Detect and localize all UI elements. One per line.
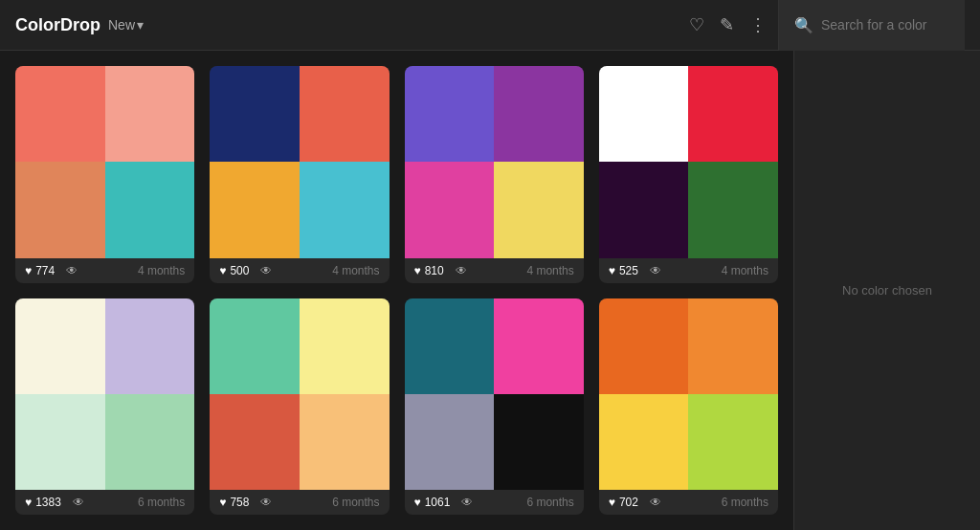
color-cell	[494, 298, 584, 394]
palette-footer: ♥ 810 👁 4 months	[405, 258, 584, 283]
heart-icon: ♥	[414, 496, 421, 509]
search-input[interactable]	[821, 17, 949, 33]
palette-footer: ♥ 500 👁 4 months	[210, 258, 389, 283]
eye-icon: 👁	[461, 496, 473, 509]
color-cell	[210, 66, 300, 162]
color-grid	[599, 298, 778, 491]
palette-footer: ♥ 1061 👁 6 months	[405, 490, 584, 515]
heart-icon: ♥	[414, 264, 421, 277]
eye-icon: 👁	[260, 496, 272, 509]
palette-card[interactable]: ♥ 774 👁 4 months	[15, 66, 194, 283]
time-label: 6 months	[722, 496, 768, 509]
eye-icon: 👁	[650, 496, 661, 509]
color-cell	[15, 394, 105, 490]
color-grid	[15, 66, 194, 258]
heart-icon: ♥	[219, 496, 226, 509]
heart-icon: ♥	[219, 264, 226, 277]
color-cell	[15, 298, 105, 394]
color-cell	[688, 298, 778, 394]
color-grid	[210, 66, 389, 258]
color-cell	[599, 162, 689, 257]
color-cell	[105, 162, 195, 257]
time-label: 6 months	[332, 496, 379, 509]
heart-icon: ♥	[609, 496, 615, 509]
color-cell	[599, 394, 689, 490]
logo: ColorDrop	[15, 15, 100, 35]
color-cell	[105, 66, 195, 162]
eye-icon: 👁	[260, 264, 272, 277]
palette-card[interactable]: ♥ 525 👁 4 months	[599, 66, 778, 283]
color-cell	[494, 66, 584, 162]
color-grid	[599, 66, 778, 258]
color-cell	[405, 394, 495, 490]
color-cell	[688, 394, 778, 490]
color-cell	[494, 162, 584, 257]
like-count: 810	[425, 264, 444, 277]
palette-grid: ♥ 774 👁 4 months ♥ 500 👁 4 months ♥ 810 …	[0, 51, 793, 530]
palette-footer: ♥ 758 👁 6 months	[210, 490, 389, 515]
palette-footer: ♥ 702 👁 6 months	[599, 490, 778, 515]
time-label: 4 months	[138, 264, 185, 277]
eye-icon: 👁	[66, 264, 78, 277]
color-cell	[210, 298, 300, 394]
like-count: 774	[35, 264, 55, 277]
palette-card[interactable]: ♥ 702 👁 6 months	[599, 298, 778, 516]
color-cell	[300, 66, 390, 162]
color-cell	[300, 394, 390, 490]
sidebar: No color chosen	[793, 51, 980, 530]
palette-card[interactable]: ♥ 810 👁 4 months	[405, 66, 584, 283]
heart-icon: ♥	[25, 264, 32, 277]
color-cell	[210, 162, 300, 257]
color-cell	[105, 394, 195, 490]
like-count: 525	[619, 264, 638, 277]
time-label: 6 months	[526, 496, 573, 509]
time-label: 4 months	[332, 264, 379, 277]
color-grid	[405, 298, 584, 491]
eye-icon: 👁	[650, 264, 661, 277]
color-cell	[15, 162, 105, 257]
color-cell	[405, 162, 495, 257]
no-color-text: No color chosen	[842, 283, 932, 298]
color-cell	[688, 162, 778, 257]
pencil-icon[interactable]: ✎	[720, 14, 734, 35]
color-cell	[300, 162, 390, 257]
palette-card[interactable]: ♥ 1383 👁 6 months	[15, 298, 194, 516]
color-grid	[15, 298, 194, 491]
search-icon: 🔍	[794, 16, 813, 34]
new-button[interactable]: New ▾	[108, 17, 144, 33]
color-cell	[599, 298, 689, 394]
heart-icon[interactable]: ♡	[689, 14, 704, 35]
like-count: 758	[230, 496, 249, 509]
color-cell	[300, 298, 390, 394]
header: ColorDrop New ▾ ♡ ✎ ⋮ 🔍	[0, 0, 980, 51]
more-icon[interactable]: ⋮	[749, 14, 767, 35]
color-cell	[599, 66, 689, 162]
palette-footer: ♥ 774 👁 4 months	[15, 258, 194, 283]
palette-footer: ♥ 525 👁 4 months	[599, 258, 778, 283]
palette-card[interactable]: ♥ 758 👁 6 months	[210, 298, 389, 516]
color-cell	[405, 66, 495, 162]
time-label: 6 months	[138, 496, 185, 509]
color-grid	[405, 66, 584, 258]
time-label: 4 months	[722, 264, 768, 277]
color-cell	[405, 298, 495, 394]
heart-icon: ♥	[25, 496, 32, 509]
palette-card[interactable]: ♥ 1061 👁 6 months	[405, 298, 584, 516]
palette-footer: ♥ 1383 👁 6 months	[15, 490, 194, 515]
color-cell	[494, 394, 584, 490]
eye-icon: 👁	[456, 264, 467, 277]
chevron-down-icon: ▾	[137, 17, 144, 33]
like-count: 1383	[35, 496, 61, 509]
eye-icon: 👁	[73, 496, 84, 509]
heart-icon: ♥	[609, 264, 615, 277]
time-label: 4 months	[526, 264, 573, 277]
search-bar: 🔍	[778, 0, 965, 51]
palette-card[interactable]: ♥ 500 👁 4 months	[210, 66, 389, 283]
like-count: 500	[230, 264, 249, 277]
like-count: 702	[619, 496, 638, 509]
main: ♥ 774 👁 4 months ♥ 500 👁 4 months ♥ 810 …	[0, 51, 980, 530]
color-cell	[105, 298, 195, 394]
color-cell	[688, 66, 778, 162]
color-cell	[210, 394, 300, 490]
like-count: 1061	[425, 496, 451, 509]
